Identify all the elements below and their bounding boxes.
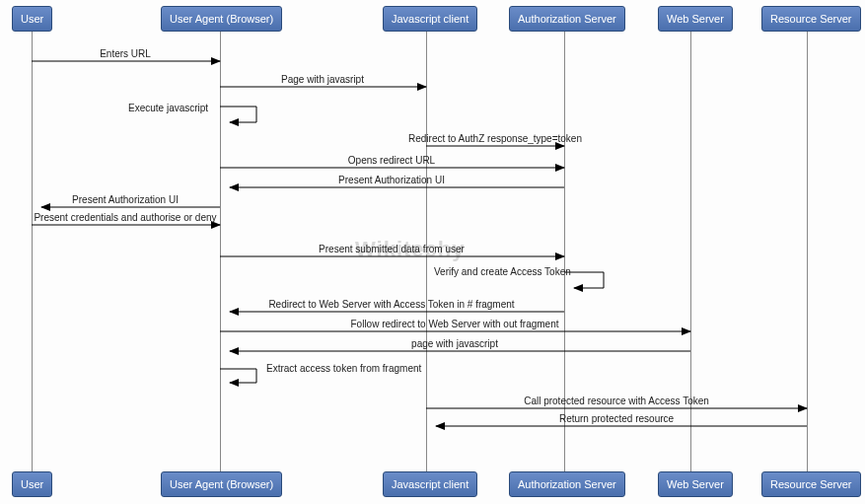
participant-webserver-bottom: Web Server	[658, 471, 733, 497]
participant-user-top: User	[12, 6, 52, 32]
msg-redirect-authz: Redirect to AuthZ response_type=token	[408, 133, 582, 144]
lifeline-resource	[807, 32, 808, 472]
participant-webserver-top: Web Server	[658, 6, 733, 32]
participant-authz-bottom: Authorization Server	[509, 471, 625, 497]
participant-jsclient-bottom: Javascript client	[383, 471, 477, 497]
msg-return-resource: Return protected resource	[559, 413, 674, 424]
msg-opens-redirect: Opens redirect URL	[348, 155, 435, 166]
participant-browser-top: User Agent (Browser)	[161, 6, 282, 32]
msg-follow-redirect: Follow redirect to Web Server with out f…	[350, 319, 558, 329]
msg-present-credentials: Present credentials and authorise or den…	[34, 212, 216, 223]
msg-call-resource: Call protected resource with Access Toke…	[524, 396, 709, 406]
msg-extract-token: Extract access token from fragment	[266, 363, 421, 374]
msg-redirect-web: Redirect to Web Server with Access Token…	[268, 299, 514, 310]
participant-jsclient-top: Javascript client	[383, 6, 477, 32]
lifeline-browser	[220, 32, 221, 472]
participant-authz-top: Authorization Server	[509, 6, 625, 32]
msg-submitted-data: Present submitted data from user	[319, 244, 465, 254]
msg-verify-token: Verify and create Access Token	[434, 266, 571, 277]
msg-enters-url: Enters URL	[100, 48, 151, 59]
msg-page-js2: page with javascript	[411, 338, 498, 349]
lifeline-user	[32, 32, 33, 472]
msg-present-authui: Present Authorization UI	[338, 175, 445, 185]
msg-exec-js: Execute javascript	[128, 103, 208, 113]
msg-page-js: Page with javasript	[281, 74, 364, 85]
participant-resource-bottom: Resource Server	[761, 471, 861, 497]
participant-user-bottom: User	[12, 471, 52, 497]
participant-resource-top: Resource Server	[761, 6, 861, 32]
participant-browser-bottom: User Agent (Browser)	[161, 471, 282, 497]
msg-present-authui-user: Present Authorization UI	[72, 194, 179, 205]
